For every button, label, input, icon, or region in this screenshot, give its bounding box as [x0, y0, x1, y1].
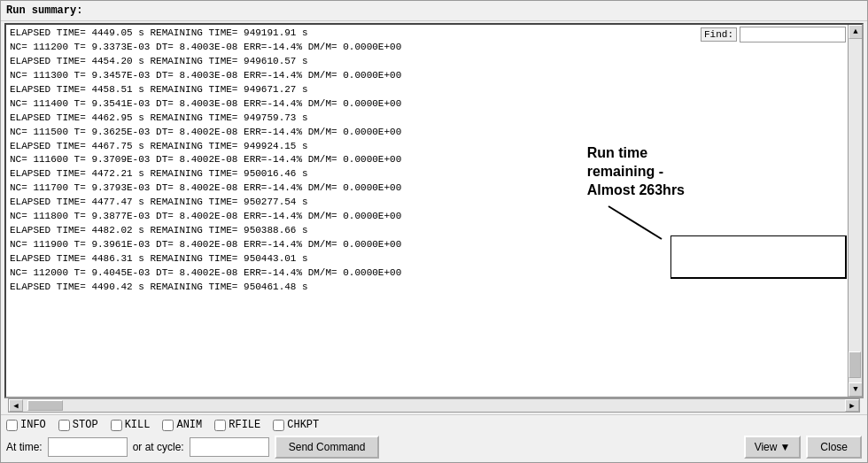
checkbox-label-stop: STOP — [73, 419, 98, 431]
send-command-button[interactable]: Send Command — [275, 436, 380, 459]
or-at-cycle-label: or at cycle: — [133, 441, 184, 453]
at-time-label: At time: — [6, 441, 43, 453]
close-button[interactable]: Close — [806, 436, 862, 459]
at-time-input[interactable] — [48, 437, 128, 457]
log-line: ELAPSED TIME= 4490.42 s REMAINING TIME= … — [10, 281, 858, 295]
log-line: ELAPSED TIME= 4477.47 s REMAINING TIME= … — [10, 196, 858, 210]
checkboxes-row: INFOSTOPKILLANIMRFILECHKPT — [6, 419, 862, 431]
bottom-controls: INFOSTOPKILLANIMRFILECHKPT At time: or a… — [1, 414, 867, 462]
checkbox-item-rfile[interactable]: RFILE — [214, 419, 260, 431]
checkbox-item-chkpt[interactable]: CHKPT — [273, 419, 319, 431]
checkbox-rfile[interactable] — [214, 420, 226, 431]
checkbox-kill[interactable] — [111, 420, 122, 431]
find-bar: Find: — [701, 27, 846, 42]
log-line: ELAPSED TIME= 4482.02 s REMAINING TIME= … — [10, 224, 858, 238]
horizontal-scrollbar[interactable]: ◀ ▶ — [8, 398, 860, 413]
right-buttons: View ▼ Close — [744, 436, 862, 459]
checkbox-item-stop[interactable]: STOP — [58, 419, 98, 431]
scroll-track-h[interactable] — [23, 399, 845, 412]
checkbox-anim[interactable] — [162, 420, 174, 431]
log-line: NC= 111700 T= 9.3793E-03 DT= 8.4002E-08 … — [10, 181, 858, 196]
checkbox-chkpt[interactable] — [273, 420, 284, 431]
scroll-thumb-h[interactable] — [27, 400, 63, 411]
log-line: ELAPSED TIME= 4454.20 s REMAINING TIME= … — [10, 55, 858, 69]
log-line: NC= 112000 T= 9.4045E-03 DT= 8.4002E-08 … — [10, 266, 858, 281]
checkbox-item-info[interactable]: INFO — [6, 419, 46, 431]
log-line: NC= 111900 T= 9.3961E-03 DT= 8.4002E-08 … — [10, 238, 858, 252]
checkbox-label-rfile: RFILE — [229, 419, 260, 431]
checkbox-info[interactable] — [6, 420, 18, 431]
command-row: At time: or at cycle: Send Command View … — [6, 436, 862, 459]
checkbox-item-anim[interactable]: ANIM — [162, 419, 202, 431]
content-area: Find: ELAPSED TIME= 4449.05 s REMAINING … — [1, 21, 867, 462]
log-line: NC= 111800 T= 9.3877E-03 DT= 8.4002E-08 … — [10, 210, 858, 224]
log-line: NC= 111300 T= 9.3457E-03 DT= 8.4003E-08 … — [10, 69, 858, 83]
view-button[interactable]: View ▼ — [744, 436, 802, 459]
log-output: ELAPSED TIME= 4449.05 s REMAINING TIME= … — [6, 25, 862, 397]
checkbox-label-anim: ANIM — [176, 419, 202, 431]
scroll-right-button[interactable]: ▶ — [845, 399, 859, 412]
log-line: ELAPSED TIME= 4472.21 s REMAINING TIME= … — [10, 167, 858, 181]
scroll-up-button[interactable]: ▲ — [849, 25, 863, 39]
checkbox-label-chkpt: CHKPT — [287, 419, 319, 431]
scroll-thumb-v[interactable] — [849, 351, 861, 378]
window-title: Run summary: — [1, 1, 867, 21]
find-input[interactable] — [740, 27, 846, 42]
find-label: Find: — [701, 27, 737, 42]
checkbox-stop[interactable] — [58, 420, 70, 431]
checkbox-label-info: INFO — [20, 419, 46, 431]
log-line: ELAPSED TIME= 4458.51 s REMAINING TIME= … — [10, 83, 858, 97]
scroll-track-v[interactable] — [849, 39, 862, 382]
checkbox-item-kill[interactable]: KILL — [111, 419, 151, 431]
log-line: NC= 111500 T= 9.3625E-03 DT= 8.4002E-08 … — [10, 126, 858, 140]
scroll-left-button[interactable]: ◀ — [9, 399, 23, 412]
at-cycle-input[interactable] — [190, 437, 269, 457]
log-line: ELAPSED TIME= 4462.95 s REMAINING TIME= … — [10, 112, 858, 126]
log-line: ELAPSED TIME= 4486.31 s REMAINING TIME= … — [10, 252, 858, 266]
log-line: ELAPSED TIME= 4467.75 s REMAINING TIME= … — [10, 140, 858, 154]
log-line: NC= 111400 T= 9.3541E-03 DT= 8.4003E-08 … — [10, 97, 858, 112]
log-line: NC= 111600 T= 9.3709E-03 DT= 8.4002E-08 … — [10, 153, 858, 167]
view-dropdown-arrow: ▼ — [779, 441, 790, 453]
checkbox-label-kill: KILL — [125, 419, 151, 431]
run-summary-window: Run summary: Find: ELAPSED TIME= 4449.05… — [0, 0, 868, 463]
log-line: NC= 111200 T= 9.3373E-03 DT= 8.4003E-08 … — [10, 41, 858, 55]
scroll-down-button[interactable]: ▼ — [849, 382, 863, 397]
vertical-scrollbar[interactable]: ▲ ▼ — [848, 25, 862, 397]
